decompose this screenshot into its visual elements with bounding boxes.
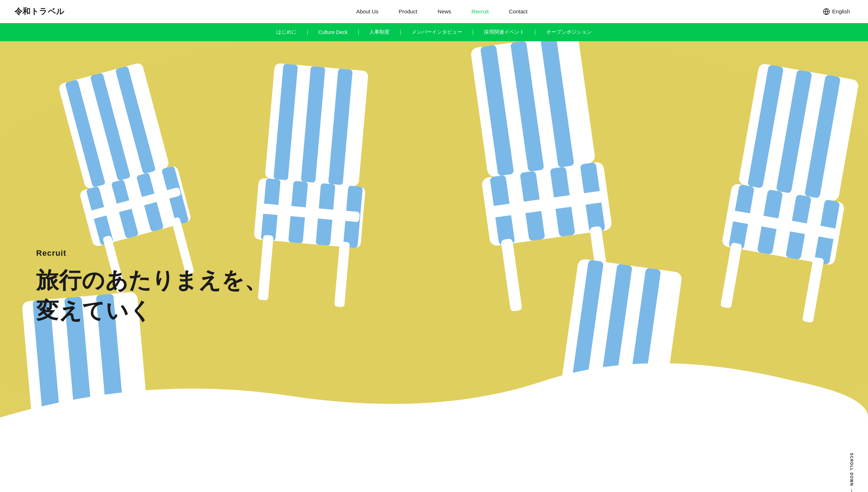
nav-item-contact[interactable]: Contact [499,8,538,14]
nav-item-about[interactable]: About Us [346,8,389,14]
nav-item-recruit[interactable]: Recruit [461,8,499,14]
hero-section: Recruit 旅行のあたりまえを、 変えていく SCROLL DOWN [0,41,868,492]
sub-nav: はじめに|Culture Deck|人事制度|メンバーインタビュー|採用関連イベ… [0,23,868,41]
globe-icon [823,8,830,15]
logo[interactable]: 令和トラベル [14,6,65,17]
scroll-down-indicator[interactable]: SCROLL DOWN [850,453,854,492]
nav-item-product[interactable]: Product [388,8,427,14]
sub-nav-item-positions[interactable]: オープンポジション [536,23,602,41]
scroll-down-text: SCROLL DOWN [850,453,854,486]
hero-title-line1: 旅行のあたりまえを、 [36,265,267,296]
sub-nav-item-culture[interactable]: Culture Deck [308,23,358,41]
hero-label: Recruit [36,249,267,258]
language-label: English [832,8,850,14]
sub-nav-item-events[interactable]: 採用関連イベント [474,23,535,41]
hero-text: Recruit 旅行のあたりまえを、 変えていく [36,249,267,326]
main-nav: About UsProductNewsRecruitContact [346,8,538,14]
nav-item-news[interactable]: News [427,8,461,14]
hero-title-line2: 変えていく [36,296,267,326]
scroll-down-line [851,489,852,492]
sub-nav-item-jinji[interactable]: 人事制度 [359,23,400,41]
sub-nav-item-member[interactable]: メンバーインタビュー [401,23,472,41]
sub-nav-item-hajimeni[interactable]: はじめに [266,23,307,41]
header: 令和トラベル About UsProductNewsRecruitContact… [0,0,868,23]
language-button[interactable]: English [819,8,854,15]
hero-title: 旅行のあたりまえを、 変えていく [36,265,267,326]
